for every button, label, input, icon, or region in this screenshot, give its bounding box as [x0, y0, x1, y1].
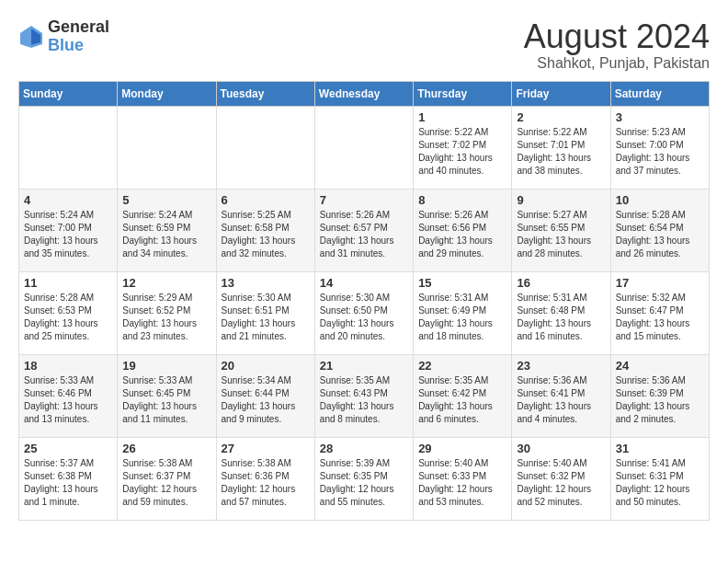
header-day-sunday: Sunday [19, 81, 118, 106]
day-info: Sunrise: 5:34 AM Sunset: 6:44 PM Dayligh… [222, 374, 310, 426]
day-info: Sunrise: 5:33 AM Sunset: 6:45 PM Dayligh… [122, 374, 210, 426]
day-info: Sunrise: 5:27 AM Sunset: 6:55 PM Dayligh… [517, 209, 605, 260]
calendar-cell: 24Sunrise: 5:36 AM Sunset: 6:39 PM Dayli… [610, 354, 709, 437]
day-info: Sunrise: 5:22 AM Sunset: 7:01 PM Dayligh… [517, 126, 605, 178]
day-number: 24 [616, 359, 704, 373]
day-number: 9 [517, 193, 605, 207]
logo-icon [18, 24, 44, 50]
day-info: Sunrise: 5:41 AM Sunset: 6:31 PM Dayligh… [616, 457, 704, 509]
calendar-cell: 5Sunrise: 5:24 AM Sunset: 6:59 PM Daylig… [118, 189, 216, 271]
calendar-cell [118, 106, 216, 189]
calendar-cell: 29Sunrise: 5:40 AM Sunset: 6:33 PM Dayli… [414, 437, 512, 520]
day-info: Sunrise: 5:24 AM Sunset: 6:59 PM Dayligh… [122, 209, 210, 260]
day-number: 2 [517, 110, 605, 124]
calendar-cell: 7Sunrise: 5:26 AM Sunset: 6:57 PM Daylig… [314, 189, 413, 271]
calendar-cell [314, 106, 413, 189]
header-day-wednesday: Wednesday [314, 81, 413, 106]
day-info: Sunrise: 5:40 AM Sunset: 6:33 PM Dayligh… [418, 457, 506, 509]
calendar-cell: 3Sunrise: 5:23 AM Sunset: 7:00 PM Daylig… [610, 106, 709, 189]
day-number: 8 [418, 193, 506, 207]
day-number: 19 [122, 359, 210, 373]
header-day-monday: Monday [118, 81, 216, 106]
calendar-cell: 20Sunrise: 5:34 AM Sunset: 6:44 PM Dayli… [216, 354, 314, 437]
day-number: 18 [24, 359, 112, 373]
calendar-cell: 6Sunrise: 5:25 AM Sunset: 6:58 PM Daylig… [216, 189, 314, 271]
header-day-thursday: Thursday [414, 81, 512, 106]
calendar-week-3: 11Sunrise: 5:28 AM Sunset: 6:53 PM Dayli… [19, 271, 710, 354]
day-number: 12 [122, 276, 210, 290]
day-number: 14 [320, 276, 408, 290]
day-number: 13 [222, 276, 310, 290]
day-info: Sunrise: 5:35 AM Sunset: 6:42 PM Dayligh… [418, 374, 506, 426]
day-info: Sunrise: 5:32 AM Sunset: 6:47 PM Dayligh… [616, 292, 704, 343]
day-number: 29 [418, 442, 506, 455]
day-number: 20 [222, 359, 310, 373]
title-area: August 2024 Shahkot, Punjab, Pakistan [524, 18, 710, 72]
day-number: 4 [24, 193, 112, 207]
main-title: August 2024 [524, 18, 710, 55]
header-day-tuesday: Tuesday [216, 81, 314, 106]
logo-blue: Blue [48, 37, 109, 55]
day-info: Sunrise: 5:25 AM Sunset: 6:58 PM Dayligh… [222, 209, 310, 260]
day-number: 3 [616, 110, 704, 124]
header-day-saturday: Saturday [610, 81, 709, 106]
day-info: Sunrise: 5:28 AM Sunset: 6:54 PM Dayligh… [616, 209, 704, 260]
calendar-week-1: 1Sunrise: 5:22 AM Sunset: 7:02 PM Daylig… [19, 106, 710, 189]
subtitle: Shahkot, Punjab, Pakistan [524, 55, 710, 72]
calendar-cell: 25Sunrise: 5:37 AM Sunset: 6:38 PM Dayli… [19, 437, 118, 520]
day-number: 10 [616, 193, 704, 207]
calendar-cell: 14Sunrise: 5:30 AM Sunset: 6:50 PM Dayli… [314, 271, 413, 354]
calendar-week-2: 4Sunrise: 5:24 AM Sunset: 7:00 PM Daylig… [19, 189, 710, 271]
day-info: Sunrise: 5:26 AM Sunset: 6:56 PM Dayligh… [418, 209, 506, 260]
header-row: SundayMondayTuesdayWednesdayThursdayFrid… [19, 81, 710, 106]
calendar-week-4: 18Sunrise: 5:33 AM Sunset: 6:46 PM Dayli… [19, 354, 710, 437]
day-number: 11 [24, 276, 112, 290]
calendar-cell: 21Sunrise: 5:35 AM Sunset: 6:43 PM Dayli… [314, 354, 413, 437]
day-info: Sunrise: 5:30 AM Sunset: 6:51 PM Dayligh… [222, 292, 310, 343]
calendar-header: SundayMondayTuesdayWednesdayThursdayFrid… [19, 81, 710, 106]
day-info: Sunrise: 5:35 AM Sunset: 6:43 PM Dayligh… [320, 374, 408, 426]
day-number: 15 [418, 276, 506, 290]
day-number: 16 [517, 276, 605, 290]
calendar-cell: 23Sunrise: 5:36 AM Sunset: 6:41 PM Dayli… [512, 354, 610, 437]
calendar-cell: 4Sunrise: 5:24 AM Sunset: 7:00 PM Daylig… [19, 189, 118, 271]
day-info: Sunrise: 5:24 AM Sunset: 7:00 PM Dayligh… [24, 209, 112, 260]
day-info: Sunrise: 5:36 AM Sunset: 6:39 PM Dayligh… [616, 374, 704, 426]
calendar-cell: 27Sunrise: 5:38 AM Sunset: 6:36 PM Dayli… [216, 437, 314, 520]
calendar-cell: 19Sunrise: 5:33 AM Sunset: 6:45 PM Dayli… [118, 354, 216, 437]
calendar-cell: 2Sunrise: 5:22 AM Sunset: 7:01 PM Daylig… [512, 106, 610, 189]
calendar-cell: 31Sunrise: 5:41 AM Sunset: 6:31 PM Dayli… [610, 437, 709, 520]
calendar-table: SundayMondayTuesdayWednesdayThursdayFrid… [18, 81, 710, 521]
calendar-cell: 9Sunrise: 5:27 AM Sunset: 6:55 PM Daylig… [512, 189, 610, 271]
day-info: Sunrise: 5:28 AM Sunset: 6:53 PM Dayligh… [24, 292, 112, 343]
calendar-week-5: 25Sunrise: 5:37 AM Sunset: 6:38 PM Dayli… [19, 437, 710, 520]
day-info: Sunrise: 5:38 AM Sunset: 6:37 PM Dayligh… [122, 457, 210, 509]
day-number: 7 [320, 193, 408, 207]
day-info: Sunrise: 5:26 AM Sunset: 6:57 PM Dayligh… [320, 209, 408, 260]
day-info: Sunrise: 5:40 AM Sunset: 6:32 PM Dayligh… [517, 457, 605, 509]
day-number: 27 [222, 442, 310, 455]
calendar-cell: 22Sunrise: 5:35 AM Sunset: 6:42 PM Dayli… [414, 354, 512, 437]
calendar-cell: 30Sunrise: 5:40 AM Sunset: 6:32 PM Dayli… [512, 437, 610, 520]
logo: General Blue [18, 18, 109, 55]
day-number: 6 [222, 193, 310, 207]
day-number: 31 [616, 442, 704, 455]
calendar-cell: 8Sunrise: 5:26 AM Sunset: 6:56 PM Daylig… [414, 189, 512, 271]
calendar-cell: 18Sunrise: 5:33 AM Sunset: 6:46 PM Dayli… [19, 354, 118, 437]
header: General Blue August 2024 Shahkot, Punjab… [18, 18, 710, 72]
calendar-cell: 12Sunrise: 5:29 AM Sunset: 6:52 PM Dayli… [118, 271, 216, 354]
day-info: Sunrise: 5:31 AM Sunset: 6:48 PM Dayligh… [517, 292, 605, 343]
day-number: 22 [418, 359, 506, 373]
calendar-cell [216, 106, 314, 189]
calendar-cell [19, 106, 118, 189]
day-info: Sunrise: 5:38 AM Sunset: 6:36 PM Dayligh… [222, 457, 310, 509]
calendar-cell: 1Sunrise: 5:22 AM Sunset: 7:02 PM Daylig… [414, 106, 512, 189]
day-number: 17 [616, 276, 704, 290]
day-info: Sunrise: 5:23 AM Sunset: 7:00 PM Dayligh… [616, 126, 704, 178]
day-info: Sunrise: 5:29 AM Sunset: 6:52 PM Dayligh… [122, 292, 210, 343]
day-number: 1 [418, 110, 506, 124]
day-number: 21 [320, 359, 408, 373]
calendar-cell: 11Sunrise: 5:28 AM Sunset: 6:53 PM Dayli… [19, 271, 118, 354]
calendar-cell: 17Sunrise: 5:32 AM Sunset: 6:47 PM Dayli… [610, 271, 709, 354]
day-info: Sunrise: 5:37 AM Sunset: 6:38 PM Dayligh… [24, 457, 112, 509]
